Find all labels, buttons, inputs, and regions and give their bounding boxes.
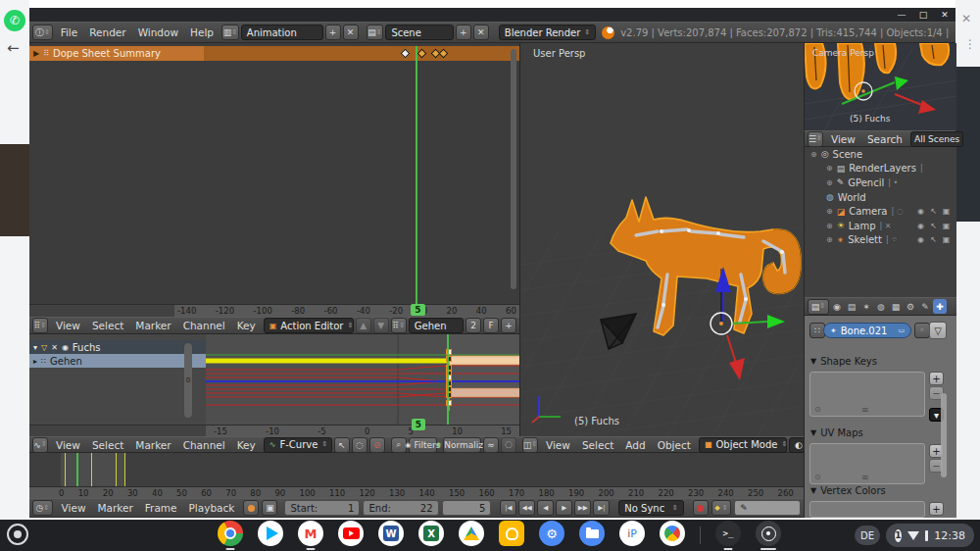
graph-frame-ruler[interactable]: -15-10-5051015 — [206, 425, 519, 436]
outliner-tree[interactable]: ⊕◎Scene⊕▤RenderLayers|⊕✎GPencil| •◍World… — [804, 147, 956, 297]
graph-editor[interactable]: ▾ ▽ ✕ ◉ Fuchs ▸ ∷ Gehen 0 — [29, 334, 519, 425]
record-icon[interactable] — [693, 500, 709, 516]
add-layout-button[interactable]: + — [325, 25, 341, 40]
context-dropdown-button[interactable]: ▽ — [929, 322, 947, 339]
expander-icon[interactable]: ⊕ — [826, 207, 833, 216]
lock-icon[interactable]: ⎔ — [501, 437, 516, 453]
new-action-button[interactable]: + — [501, 318, 516, 333]
fcurve-mode-select[interactable]: ∿F-Curve⇕ — [264, 437, 332, 453]
channel-gehen[interactable]: ▸ ∷ Gehen — [29, 354, 206, 368]
add-scene-button[interactable]: + — [456, 25, 471, 40]
world-tab[interactable]: ◍ — [874, 299, 888, 314]
normalize-button[interactable]: ❀Normalize — [443, 437, 481, 453]
modifiers-tab[interactable]: ✎ — [918, 299, 932, 314]
status-tray[interactable]: 1 12:38 — [886, 524, 974, 547]
graph-value-scrollbar[interactable]: 0 — [184, 343, 192, 418]
scene-field[interactable]: Scene — [385, 25, 453, 40]
menu-channel[interactable]: Channel — [177, 439, 231, 451]
autokey-record-icon[interactable] — [243, 500, 259, 516]
outliner-row-world[interactable]: ◍World — [805, 190, 956, 205]
viewport-canvas[interactable] — [520, 43, 805, 436]
timeline-editor[interactable] — [29, 453, 804, 486]
menu-marker[interactable]: Marker — [129, 439, 176, 451]
panel-collapse-icon[interactable]: ▼ — [810, 486, 816, 495]
menu-view[interactable]: View — [50, 439, 86, 451]
visibility-toggle-icon[interactable]: ◉ — [914, 207, 927, 216]
menu-help[interactable]: Help — [184, 26, 220, 38]
uv-maps-list[interactable]: ⊙ ≡ — [809, 443, 925, 484]
filters-button[interactable]: ◉Filters — [409, 437, 437, 453]
panel-collapse-icon[interactable]: ▼ — [810, 357, 816, 366]
jump-to-end-button[interactable]: ▶| — [593, 500, 610, 516]
menu-file[interactable]: File — [55, 26, 84, 38]
start-frame-field[interactable]: Start:1 — [284, 500, 360, 516]
editor-type-icon[interactable]: ⓘ⇕ — [32, 25, 53, 40]
youtube-app-icon[interactable] — [338, 521, 364, 550]
add-shape-key-button[interactable]: + — [929, 372, 944, 385]
jump-to-start-button[interactable]: |◀ — [500, 500, 516, 516]
shape-keys-list[interactable]: ⊙ ≡ — [809, 372, 925, 417]
chevron-down-icon[interactable]: ▾ — [33, 343, 37, 352]
editor-type-icon[interactable]: ▤⇕ — [808, 299, 829, 315]
sync-mode-select[interactable]: No Sync⇕ — [618, 500, 683, 516]
menu-frame[interactable]: Frame — [139, 502, 183, 514]
action-name-field[interactable]: Gehen — [409, 318, 464, 333]
jump-back-button[interactable]: ◀◀ — [518, 500, 535, 516]
iplayer-app-icon[interactable]: iP — [619, 521, 645, 550]
menu-window[interactable]: Window — [132, 26, 184, 38]
timeline-frame-ruler[interactable]: 0102030405060708090100110120130140150160… — [29, 486, 804, 498]
language-indicator[interactable]: DE — [855, 526, 880, 545]
expander-icon[interactable]: ⊕ — [826, 178, 833, 187]
menu-object[interactable]: Object — [652, 439, 697, 451]
menu-view[interactable]: View — [540, 439, 576, 451]
dope-frame-ruler[interactable]: -140-120-100-80-60-40-200204060 — [174, 304, 519, 317]
shape-keys-panel-header[interactable]: ▼ Shape Keys — [810, 356, 877, 367]
visibility-toggle-icon[interactable]: ◉ — [914, 235, 927, 244]
editor-type-icon[interactable]: ⠿⇕ — [32, 318, 48, 333]
vertex-colors-panel-header[interactable]: ▼ Vertex Colors — [810, 485, 886, 496]
current-frame-line[interactable] — [76, 453, 78, 486]
editor-type-icon[interactable]: ◫⇕ — [522, 437, 538, 453]
render-layers-tab[interactable]: ▤ — [845, 299, 858, 314]
auto-normalize-icon[interactable]: ≈ — [483, 437, 499, 453]
menu-select[interactable]: Select — [86, 320, 129, 331]
expander-icon[interactable]: ⊕ — [826, 164, 833, 173]
menu-search[interactable]: Search — [861, 133, 908, 145]
screen-layout-icon[interactable]: ▥⇕ — [221, 25, 239, 40]
render-tab[interactable]: ◉ — [830, 299, 844, 314]
mode-select[interactable]: ■Object Mode⇕ — [699, 437, 787, 453]
action-users-button[interactable]: 2 — [466, 318, 481, 333]
menu-view[interactable]: View — [56, 502, 92, 514]
object-tab[interactable]: ▦ — [889, 299, 903, 314]
constraints-tab[interactable]: ⚙ — [904, 299, 917, 314]
menu-channel[interactable]: Channel — [177, 320, 231, 331]
delete-scene-button[interactable]: ✕ — [473, 25, 489, 40]
play-reverse-button[interactable]: ◀ — [537, 500, 554, 516]
play-store-app-icon[interactable] — [258, 521, 283, 550]
bone-name-field[interactable]: ✦ Bone.021 ▭ — [823, 323, 911, 338]
screen-layout-field[interactable]: Animation — [241, 25, 323, 40]
delete-layout-button[interactable]: ✕ — [343, 25, 359, 40]
keying-set-field[interactable]: ✎ — [734, 500, 801, 516]
data-tab[interactable]: ✚ — [933, 299, 947, 314]
drive-app-icon[interactable] — [459, 521, 484, 550]
fcurve-plot[interactable] — [206, 334, 549, 425]
visibility-toggle-icon[interactable]: ◉ — [914, 222, 927, 230]
photos-app-icon[interactable] — [660, 521, 685, 550]
render-toggle-icon[interactable]: ▣ — [940, 222, 953, 230]
outliner-row-gpencil[interactable]: ⊕✎GPencil| • — [805, 175, 956, 190]
dope-sheet-editor[interactable]: ▶ ⠿ Dope Sheet Summary — [29, 43, 520, 304]
pin-icon[interactable]: ✕ — [51, 343, 58, 352]
ghost-curves-icon[interactable]: ◌ — [352, 437, 368, 453]
prev-action-button[interactable]: ▲ — [356, 318, 371, 333]
keep-app-icon[interactable] — [499, 521, 524, 550]
pin-id-icon[interactable]: ◦ — [914, 323, 930, 338]
visibility-icon[interactable]: ◉ — [62, 343, 69, 352]
viewport-3d[interactable]: User Persp (5) Fuchs — [519, 43, 805, 436]
files-app-icon[interactable] — [579, 521, 605, 550]
menu-render[interactable]: Render — [83, 26, 131, 38]
camera-preview-viewport[interactable]: Camera Persp (5) Fuchs — [804, 43, 956, 131]
keyingset-lock-icon[interactable]: ▣ — [262, 500, 277, 516]
blender-app-icon[interactable] — [756, 521, 781, 550]
close-button[interactable]: ✕ — [934, 10, 956, 20]
